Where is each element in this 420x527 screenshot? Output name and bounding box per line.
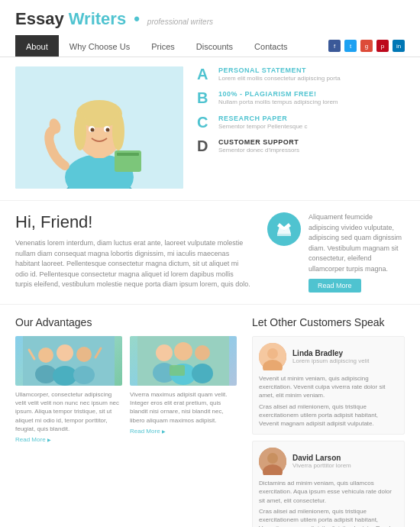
svg-point-10 [91,128,95,132]
svg-point-33 [192,364,213,383]
adv-desc-1: Ullamcorper, consectetur adipiscing veli… [15,390,122,433]
feature-c: C RESEARCH PAPER Sementor tempor Pellent… [197,115,405,131]
avatar-svg-2 [259,448,286,475]
feature-letter-a: A [197,66,212,82]
feature-letter-d: D [197,138,212,154]
adv-svg-2 [130,336,237,386]
svg-point-30 [195,345,210,360]
svg-rect-14 [117,153,139,156]
hero-features: A PERSONAL STATEMENT Lorem elit mollis c… [183,66,405,189]
logo-dot: • [134,9,140,29]
advantage-cards: Ullamcorper, consectetur adipiscing veli… [15,336,237,443]
feature-text-c: RESEARCH PAPER Sementor tempor Pellentes… [218,115,308,131]
header: Essay Writers • professional writers Abo… [0,0,420,57]
adv-read-more-2[interactable]: Read More [130,428,237,435]
feature-text-a: PERSONAL STATEMENT Lorem elit mollis con… [218,66,341,82]
svg-point-21 [76,347,92,362]
feature-title-c: RESEARCH PAPER [218,115,308,122]
customer-avatar-2 [259,448,286,475]
svg-rect-34 [170,365,185,376]
social-icons: f t g p in [328,40,405,52]
svg-point-11 [106,128,110,132]
crown-icon [267,212,301,246]
hi-section: Hi, Friend! Venenatis lorem interdum, di… [0,200,420,304]
customer-card-2: David Larson Viverra porttitor lorem Dic… [252,441,405,527]
feature-a: A PERSONAL STATEMENT Lorem elit mollis c… [197,66,405,82]
advantages-title: Our Advantages [15,316,237,328]
google-icon[interactable]: g [360,40,373,52]
svg-point-7 [112,112,124,150]
customer-name-1: Linda Bradley [292,349,370,357]
feature-desc-d: Sementor donec d'impressors [218,147,299,154]
feature-desc-b: Nullam porta mollis tempus adipiscing lo… [218,99,338,106]
twitter-icon[interactable]: t [344,40,357,52]
hi-right: Aliquament feumcide adipiscing vivideo v… [267,212,405,293]
svg-point-29 [174,342,192,360]
svg-point-36 [267,348,278,359]
feature-desc-c: Sementor tempor Pellentesque c [218,123,308,131]
feature-text-d: CUSTOMER SUPPORT Sementor donec d'impres… [218,138,299,154]
crown-box: Aliquament feumcide adipiscing vivideo v… [267,212,405,293]
feature-title-d: CUSTOMER SUPPORT [218,138,299,146]
advantages-section: Our Advantages [0,304,420,527]
nav-about[interactable]: About [15,35,59,57]
feature-title-b: 100% - PLAGIARISM FREE! [218,90,338,98]
nav-contacts[interactable]: Contacts [244,35,298,57]
feature-b: B 100% - PLAGIARISM FREE! Nullam porta m… [197,90,405,106]
feature-d: D CUSTOMER SUPPORT Sementor donec d'impr… [197,138,405,154]
feature-desc-a: Lorem elit mollis consectetur adipiscing… [218,75,341,82]
nav-prices[interactable]: Prices [141,35,186,57]
customer-info-1: Linda Bradley Lorem ipsum adipiscing vel… [292,349,370,364]
hi-title: Hi, Friend! [15,212,252,232]
feature-letter-c: C [197,115,212,130]
svg-rect-17 [277,234,291,236]
customer-quote-body-1: Cras alisei ad milenionem, quis tristiqu… [259,403,398,428]
crown-text: Aliquament feumcide adipiscing vivideo v… [309,212,405,274]
customer-quote-header-2: Dictamins ad minim veniam, quis ullamcos… [259,479,398,505]
crown-svg [275,220,293,238]
svg-point-6 [74,112,86,150]
customer-info-2: David Larson Viverra porttitor lorem [292,454,351,469]
logo-area: Essay Writers • professional writers [15,9,405,29]
pinterest-icon[interactable]: p [376,40,389,52]
nav-links: About Why Choose Us Prices Discounts Con… [15,35,299,57]
adv-desc-2: Viverra maximus adipisit quam velit. Int… [130,390,237,425]
customer-quote-body-2: Cras alisei ad milenionem, quis tristiqu… [259,507,398,527]
svg-point-24 [73,366,95,384]
nav-discounts[interactable]: Discounts [186,35,244,57]
avatar-svg-1 [259,343,286,370]
linkedin-icon[interactable]: in [393,40,405,52]
feature-title-a: PERSONAL STATEMENT [218,66,341,74]
hi-left: Hi, Friend! Venenatis lorem interdum, di… [15,212,252,293]
customers-section: Let Other Customers Speak Linda Bradley … [252,316,405,527]
nav-why[interactable]: Why Choose Us [59,35,141,57]
feature-text-b: 100% - PLAGIARISM FREE! Nullam porta mol… [218,90,338,106]
read-more-button[interactable]: Read More [309,279,361,293]
customers-title: Let Other Customers Speak [252,316,405,328]
facebook-icon[interactable]: f [328,40,341,52]
adv-svg-1 [15,336,122,386]
adv-card-2: Viverra maximus adipisit quam velit. Int… [130,336,237,443]
crown-content: Aliquament feumcide adipiscing vivideo v… [309,212,405,293]
adv-read-more-1[interactable]: Read More [15,436,122,443]
svg-point-19 [38,348,53,363]
advantages-left: Our Advantages [15,316,237,527]
hi-body: Venenatis lorem interdum, diam luctus er… [15,238,252,290]
logo-main: Essay Writers [15,9,126,29]
svg-point-39 [267,453,278,464]
hero-image [15,66,183,189]
svg-point-28 [156,344,173,361]
customer-header-1: Linda Bradley Lorem ipsum adipiscing vel… [259,343,398,370]
customer-quote-header-1: Vevenit ut minim veniam, quis adipiscing… [259,374,398,400]
hero-section: A PERSONAL STATEMENT Lorem elit mollis c… [0,57,420,200]
customer-avatar-1 [259,343,286,370]
hero-svg [15,66,183,189]
logo-subtitle: professional writers [147,18,213,26]
feature-letter-b: B [197,90,212,105]
customer-card-1: Linda Bradley Lorem ipsum adipiscing vel… [252,336,405,435]
adv-image-1 [15,336,122,386]
adv-card-1: Ullamcorper, consectetur adipiscing veli… [15,336,122,443]
svg-point-20 [57,344,73,361]
customer-sub-1: Lorem ipsum adipiscing velit [292,357,370,364]
customer-header-2: David Larson Viverra porttitor lorem [259,448,398,475]
